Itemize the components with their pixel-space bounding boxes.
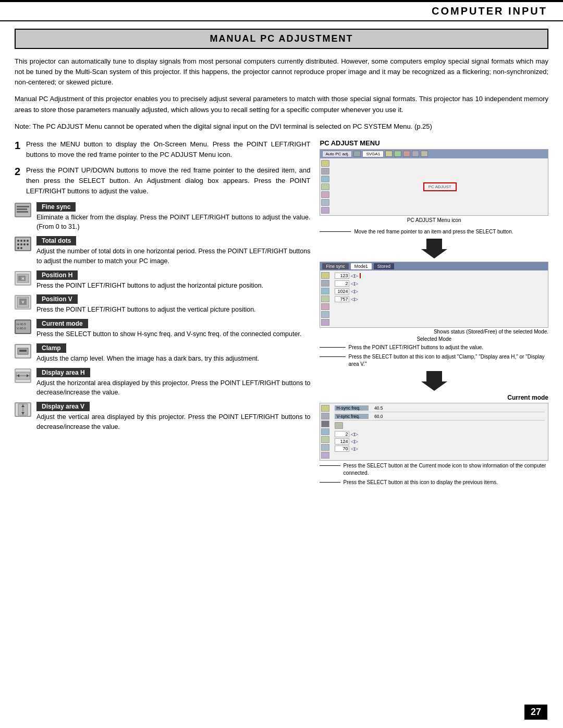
cm-icon-3[interactable] xyxy=(321,421,329,427)
svg-text:H: H xyxy=(21,277,24,280)
move-pointer-text: Move the red frame pointer to an item an… xyxy=(354,228,513,236)
cm-icon-4[interactable] xyxy=(321,428,329,435)
clamp-icon-col xyxy=(15,344,34,360)
display-area-h-icon-col xyxy=(15,368,34,385)
total-dots-icon-col xyxy=(15,237,34,253)
cm-icon-5[interactable] xyxy=(321,436,329,443)
adj-icon-7[interactable] xyxy=(321,319,329,326)
current-mode-title: Current mode xyxy=(320,394,548,401)
ann-line-lr xyxy=(320,347,346,348)
da-arrows-3: ◁▷ xyxy=(351,446,358,451)
press-select-annotation: Press the SELECT button at this icon to … xyxy=(320,353,548,368)
down-arrow-svg-1 xyxy=(421,239,447,258)
adj-row-1: 123 ◁▷ xyxy=(335,273,545,279)
menu-icon-2 xyxy=(385,151,393,157)
h-sync-row: H-sync freq. 40.5 xyxy=(335,405,545,412)
total-dots-content: Total dots Adjust the number of total do… xyxy=(36,236,310,266)
display-area-v-content: Display area V Adjust the vertical area … xyxy=(36,402,310,432)
position-h-desc: Press the POINT LEFT/RIGHT buttons to ad… xyxy=(36,281,310,291)
mode1-tab: Mode1 xyxy=(351,263,372,269)
ann-line-prev xyxy=(320,482,340,483)
sim-menubar: Auto PC adj. SVGA1 xyxy=(320,150,548,158)
cm-sidebar-icons xyxy=(320,403,332,460)
section-title-bar: MANUAL PC ADJUSTMENT xyxy=(15,29,548,49)
display-area-v-desc: Adjust the vertical area displayed by th… xyxy=(36,412,310,432)
step-1: 1 Press the MENU button to display the O… xyxy=(15,139,310,160)
svg-point-11 xyxy=(17,243,19,245)
current-mode-label: Current mode xyxy=(36,319,88,328)
total-dots-label: Total dots xyxy=(36,236,76,245)
section-title: MANUAL PC ADJUSTMENT xyxy=(16,33,547,44)
fine-sync-bar: Fine sync Mode1 Stored xyxy=(320,262,548,270)
adj-val-1: 123 xyxy=(335,273,349,279)
arrow-down-1 xyxy=(320,239,548,258)
adjust-lr-annotation: Press the POINT LEFT/RIGHT buttons to ad… xyxy=(320,344,548,351)
clamp-content: Clamp Adjusts the clamp level. When the … xyxy=(36,343,310,364)
intro-paragraph-1: This projector can automatically tune to… xyxy=(15,56,548,88)
adj-icon-1[interactable] xyxy=(321,272,329,279)
cm-icon-7[interactable] xyxy=(321,452,329,459)
fine-sync-tab: Fine sync xyxy=(322,263,348,269)
sidebar-icon-6[interactable] xyxy=(321,199,329,206)
intro-area: This projector can automatically tune to… xyxy=(0,56,563,115)
da-row-2: 124 ◁▷ xyxy=(335,438,545,445)
cm-icon-1[interactable] xyxy=(321,405,329,412)
clamp-item: Clamp Adjusts the clamp level. When the … xyxy=(15,343,310,364)
fine-sync-diagram: Fine sync Mode1 Stored xyxy=(320,262,548,328)
adj-arrows-3: ◁▷ xyxy=(351,289,358,294)
auto-pc-btn[interactable]: Auto PC adj. xyxy=(322,151,352,157)
menu-icon-1 xyxy=(353,151,361,157)
position-h-content: Position H Press the POINT LEFT/RIGHT bu… xyxy=(36,270,310,291)
sidebar-icon-2[interactable] xyxy=(321,168,329,175)
sidebar-icon-5[interactable] xyxy=(321,191,329,198)
svg-point-12 xyxy=(20,243,22,245)
svg-point-15 xyxy=(17,247,19,249)
step-1-text: Press the MENU button to display the On-… xyxy=(26,139,310,160)
adjust-values-panel: 123 ◁▷ 2 ◁▷ 1024 ◁▷ xyxy=(332,270,548,327)
position-h-icon-col: H xyxy=(15,271,34,287)
fine-sync-desc: Eliminate a flicker from the display. Pr… xyxy=(36,213,310,232)
menu-icon-6 xyxy=(421,151,428,157)
svga1-btn[interactable]: SVGA1 xyxy=(362,151,384,157)
svg-rect-2 xyxy=(17,206,29,207)
adj-icon-4[interactable] xyxy=(321,295,329,302)
adj-icon-5[interactable] xyxy=(321,303,329,310)
adj-icon-6[interactable] xyxy=(321,311,329,318)
left-sidebar-icons xyxy=(320,158,332,215)
adj-row-2: 2 ◁▷ xyxy=(335,280,545,287)
cm-bottom-icon[interactable] xyxy=(335,422,343,429)
display-area-v-item: Display area V Adjust the vertical area … xyxy=(15,402,310,432)
position-h-label: Position H xyxy=(36,270,78,280)
step-1-number: 1 xyxy=(15,139,26,160)
adj-row-3: 1024 ◁▷ xyxy=(335,288,545,294)
adj-val-4: 757 xyxy=(335,296,349,302)
current-mode-values-panel: H-sync freq. 40.5 V-sync freq. 60.0 xyxy=(332,403,548,460)
adj-icon-2[interactable] xyxy=(321,280,329,287)
v-sync-label: V-sync freq. xyxy=(335,414,369,419)
intro-paragraph-2: Manual PC Adjustment of this projector e… xyxy=(15,94,548,115)
svg-point-9 xyxy=(23,240,26,242)
selected-mode-annotation: Selected Mode xyxy=(320,336,548,342)
adjust-area: 123 ◁▷ 2 ◁▷ 1024 ◁▷ xyxy=(320,270,548,327)
current-mode-desc: Press the SELECT button to show H-sync f… xyxy=(36,329,310,339)
sidebar-icon-4[interactable] xyxy=(321,183,329,190)
sidebar-icon-3[interactable] xyxy=(321,176,329,182)
page-title: COMPUTER INPUT xyxy=(432,5,547,17)
adj-val-3: 1024 xyxy=(335,288,349,294)
sidebar-icon-7[interactable] xyxy=(321,207,329,214)
arrow-down-2 xyxy=(320,371,548,391)
adj-icon-3[interactable] xyxy=(321,288,329,294)
total-dots-icon xyxy=(15,237,31,251)
note-area: Note: The PC ADJUST Menu cannot be opera… xyxy=(0,121,563,132)
total-dots-item: Total dots Adjust the number of total do… xyxy=(15,236,310,266)
left-column: 1 Press the MENU button to display the O… xyxy=(15,139,310,486)
svg-point-13 xyxy=(23,243,26,245)
current-mode-icon-col: H: 40.5 V: 60.0 xyxy=(15,319,34,336)
stored-tab: Stored xyxy=(374,263,394,269)
cm-icon-2[interactable] xyxy=(321,413,329,419)
cm-icon-6[interactable] xyxy=(321,444,329,451)
fine-sync-icon xyxy=(15,203,31,217)
sidebar-icon-1[interactable] xyxy=(321,160,329,167)
adj-arrows-1: ◁▷ xyxy=(351,273,358,278)
display-area-v-icon xyxy=(15,402,31,417)
